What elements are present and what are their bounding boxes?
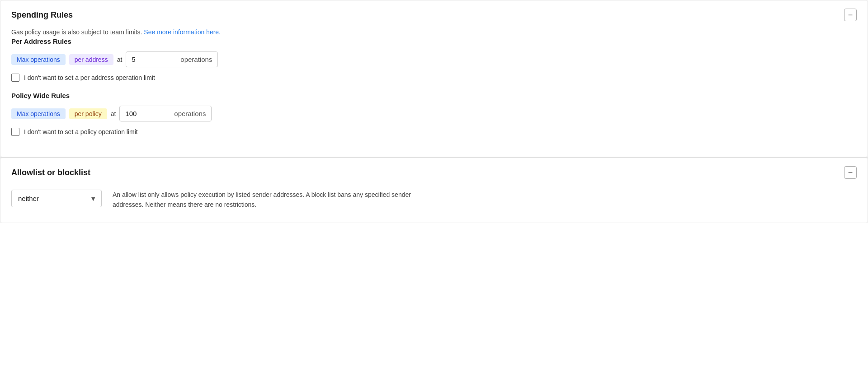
per-address-no-limit-label: I don't want to set a per address operat… (24, 74, 155, 81)
policy-wide-title: Policy Wide Rules (11, 92, 857, 99)
spending-rules-collapse-button[interactable]: − (844, 9, 857, 21)
allowlist-select[interactable]: neither allowlist blocklist (11, 190, 102, 207)
see-more-link[interactable]: See more information here. (144, 28, 221, 36)
policy-wide-ops-input[interactable] (120, 106, 174, 121)
gas-policy-text: Gas policy usage is also subject to team… (11, 28, 142, 36)
per-address-ops-input[interactable] (126, 52, 180, 67)
per-address-checkbox-row: I don't want to set a per address operat… (11, 74, 857, 82)
per-address-max-ops-badge: Max operations (11, 54, 66, 65)
per-address-type-badge: per address (69, 54, 113, 65)
spending-rules-header: Spending Rules − (0, 0, 868, 27)
allowlist-title: Allowlist or blocklist (11, 168, 90, 177)
allowlist-body: neither allowlist blocklist ▼ An allow l… (0, 184, 868, 223)
policy-wide-section: Policy Wide Rules Max operations per pol… (11, 92, 857, 136)
per-address-no-limit-checkbox[interactable] (11, 74, 19, 82)
allowlist-collapse-icon: − (848, 168, 853, 177)
policy-wide-input-wrapper: operations (119, 106, 212, 121)
per-address-at-label: at (117, 56, 123, 63)
policy-wide-max-ops-badge: Max operations (11, 108, 66, 119)
policy-wide-no-limit-label: I don't want to set a policy operation l… (24, 128, 138, 135)
per-address-section: Per Address Rules Max operations per add… (11, 37, 857, 82)
policy-wide-ops-unit: operations (174, 106, 211, 121)
per-address-input-wrapper: operations (126, 51, 218, 67)
per-address-ops-unit: operations (180, 52, 217, 67)
allowlist-select-wrapper: neither allowlist blocklist ▼ (11, 190, 102, 207)
allowlist-description: An allow list only allows policy executi… (113, 190, 438, 210)
allowlist-content: neither allowlist blocklist ▼ An allow l… (11, 190, 857, 210)
per-address-title: Per Address Rules (11, 37, 857, 45)
policy-wide-checkbox-row: I don't want to set a policy operation l… (11, 128, 857, 136)
policy-wide-type-badge: per policy (69, 108, 107, 119)
gas-policy-info: Gas policy usage is also subject to team… (11, 28, 857, 36)
spending-rules-body: Gas policy usage is also subject to team… (0, 27, 868, 157)
per-address-rule-row: Max operations per address at operations (11, 51, 857, 67)
spending-rules-section: Spending Rules − Gas policy usage is als… (0, 0, 868, 157)
policy-wide-at-label: at (111, 110, 116, 117)
spending-rules-title: Spending Rules (11, 10, 73, 20)
allowlist-collapse-button[interactable]: − (844, 166, 857, 179)
policy-wide-rule-row: Max operations per policy at operations (11, 106, 857, 121)
collapse-icon: − (848, 10, 853, 20)
allowlist-section: Allowlist or blocklist − neither allowli… (0, 158, 868, 223)
policy-wide-no-limit-checkbox[interactable] (11, 128, 19, 136)
allowlist-header: Allowlist or blocklist − (0, 158, 868, 184)
